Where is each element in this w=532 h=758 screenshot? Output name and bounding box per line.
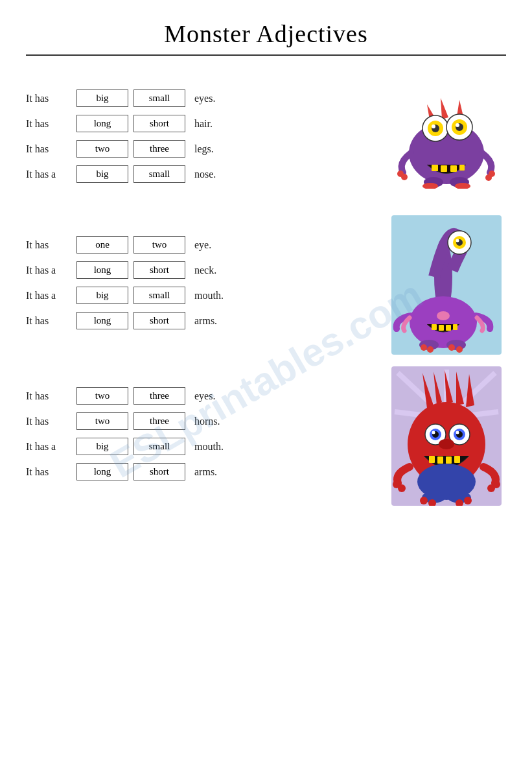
- row-1-1-end: eyes.: [194, 93, 215, 104]
- svg-marker-2: [441, 98, 448, 119]
- row-1-3-label: It has: [26, 143, 71, 155]
- section-1-rows: It has big small eyes. It has long short…: [26, 69, 386, 204]
- row-1-3: It has two three legs.: [26, 140, 386, 158]
- svg-rect-12: [432, 165, 438, 171]
- svg-point-40: [427, 346, 434, 353]
- svg-rect-34: [439, 325, 444, 331]
- section-3: It has two three eyes. It has two three …: [26, 366, 506, 506]
- row-3-4-end: arms.: [194, 466, 217, 478]
- svg-point-19: [485, 174, 492, 181]
- svg-rect-14: [450, 165, 457, 172]
- box-3-2-2[interactable]: three: [133, 412, 185, 430]
- row-3-3-end: mouth.: [194, 441, 224, 453]
- svg-point-31: [410, 296, 477, 348]
- svg-point-78: [464, 497, 472, 504]
- svg-rect-33: [432, 324, 437, 330]
- row-1-2-label: It has: [26, 118, 71, 130]
- row-2-3-end: mouth.: [194, 290, 224, 302]
- box-2-4-2[interactable]: short: [133, 312, 185, 329]
- svg-rect-64: [429, 456, 435, 463]
- svg-point-30: [456, 239, 459, 243]
- row-2-2: It has a long short neck.: [26, 261, 386, 279]
- section-1: It has big small eyes. It has long short…: [26, 69, 506, 204]
- row-2-3-label: It has a: [26, 290, 71, 302]
- svg-rect-65: [437, 456, 443, 464]
- svg-point-63: [439, 439, 454, 449]
- box-3-2-1[interactable]: two: [76, 412, 128, 430]
- box-1-2-1[interactable]: long: [76, 115, 128, 132]
- box-2-3-2[interactable]: small: [133, 287, 185, 304]
- row-3-1-label: It has: [26, 390, 71, 402]
- monster-2-image: [391, 215, 502, 355]
- box-2-2-2[interactable]: short: [133, 261, 185, 279]
- row-3-2: It has two three horns.: [26, 412, 386, 430]
- svg-point-39: [421, 344, 427, 351]
- row-2-4-label: It has: [26, 315, 71, 327]
- box-2-1-2[interactable]: two: [133, 236, 185, 254]
- svg-point-42: [456, 346, 463, 353]
- monster-3-container: [386, 366, 506, 506]
- monster-1-container: macmcrae.com: [386, 69, 506, 189]
- svg-rect-67: [454, 456, 460, 463]
- row-1-2: It has long short hair.: [26, 115, 386, 132]
- section-3-rows: It has two three eyes. It has two three …: [26, 366, 386, 501]
- row-2-1-label: It has: [26, 239, 71, 251]
- box-3-1-2[interactable]: three: [133, 387, 185, 405]
- box-3-4-1[interactable]: long: [76, 463, 128, 480]
- row-2-1: It has one two eye.: [26, 236, 386, 254]
- monster-3-image: [391, 366, 502, 506]
- box-3-4-2[interactable]: short: [133, 463, 185, 480]
- row-2-2-end: neck.: [194, 265, 216, 276]
- row-1-1-label: It has: [26, 93, 71, 104]
- row-1-2-end: hair.: [194, 118, 213, 130]
- box-2-2-1[interactable]: long: [76, 261, 128, 279]
- svg-point-41: [448, 344, 455, 351]
- svg-point-75: [420, 497, 428, 504]
- row-3-3: It has a big small mouth.: [26, 438, 386, 455]
- svg-rect-36: [453, 324, 457, 330]
- row-3-4-label: It has: [26, 466, 71, 478]
- row-1-4-label: It has a: [26, 169, 71, 180]
- row-1-3-end: legs.: [194, 143, 214, 155]
- row-3-3-label: It has a: [26, 441, 71, 453]
- row-3-1: It has two three eyes.: [26, 387, 386, 405]
- svg-rect-66: [446, 456, 452, 464]
- box-3-3-1[interactable]: big: [76, 438, 128, 455]
- box-1-2-2[interactable]: short: [133, 115, 185, 132]
- svg-point-70: [398, 484, 406, 492]
- svg-point-11: [456, 123, 459, 127]
- box-2-3-1[interactable]: big: [76, 287, 128, 304]
- row-3-4: It has long short arms.: [26, 463, 386, 480]
- box-1-4-1[interactable]: big: [76, 165, 128, 183]
- svg-rect-15: [459, 165, 465, 171]
- svg-point-72: [487, 484, 495, 492]
- row-3-1-end: eyes.: [194, 390, 215, 402]
- svg-point-10: [432, 124, 435, 128]
- svg-point-17: [401, 174, 408, 180]
- row-2-3: It has a big small mouth.: [26, 287, 386, 304]
- box-1-4-2[interactable]: small: [133, 165, 185, 183]
- svg-point-62: [456, 431, 459, 434]
- box-1-1-2[interactable]: small: [133, 89, 185, 107]
- title-divider: [26, 54, 506, 56]
- box-2-1-1[interactable]: one: [76, 236, 128, 254]
- box-3-1-1[interactable]: two: [76, 387, 128, 405]
- svg-point-61: [432, 431, 435, 434]
- box-1-3-1[interactable]: two: [76, 140, 128, 158]
- row-2-2-label: It has a: [26, 265, 71, 276]
- row-2-1-end: eye.: [194, 239, 211, 251]
- row-1-4-end: nose.: [194, 169, 216, 180]
- box-1-1-1[interactable]: big: [76, 89, 128, 107]
- box-3-3-2[interactable]: small: [133, 438, 185, 455]
- section-2-rows: It has one two eye. It has a long short …: [26, 215, 386, 350]
- row-3-2-end: horns.: [194, 416, 220, 427]
- box-2-4-1[interactable]: long: [76, 312, 128, 329]
- box-1-3-2[interactable]: three: [133, 140, 185, 158]
- page: Monster Adjectives It has big small eyes…: [0, 0, 532, 758]
- row-1-4: It has a big small nose.: [26, 165, 386, 183]
- svg-rect-13: [441, 165, 447, 172]
- row-2-4: It has long short arms.: [26, 312, 386, 329]
- svg-rect-35: [446, 325, 451, 331]
- monster-1-image: macmcrae.com: [391, 69, 502, 189]
- section-2: It has one two eye. It has a long short …: [26, 215, 506, 355]
